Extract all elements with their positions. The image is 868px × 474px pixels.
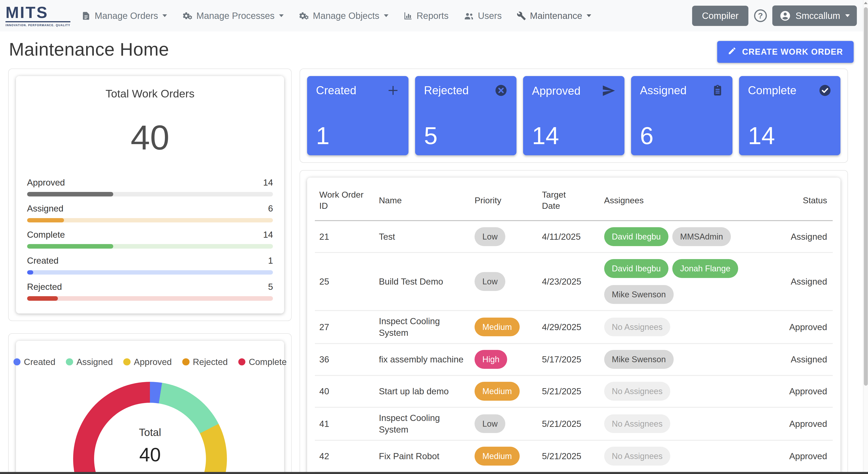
page-title: Maintenance Home [9,39,169,60]
summary-stat-approved: Approved14 [27,177,273,197]
stat-progress-track [27,192,273,196]
cell-name: Inspect Cooling System [374,310,470,343]
column-header-label: Work Order ID [319,189,366,211]
nav-item-manage-processes[interactable]: Manage Processes [182,11,284,21]
table-header-row: Work Order IDNamePriorityTarget DateAssi… [315,185,833,221]
cell-work-order-id: 36 [315,343,374,375]
nav-item-users[interactable]: Users [463,11,502,21]
stat-progress-fill [27,192,113,196]
column-header-status[interactable]: Status [771,185,833,221]
donut-total-value: 40 [139,443,161,466]
table-row[interactable]: 41Inspect Cooling SystemLow5/21/2025No A… [315,407,833,440]
status-card-label: Rejected [424,84,469,97]
no-assignees-badge: No Assignees [604,447,671,466]
status-card-approved[interactable]: Approved14 [523,76,624,155]
summary-stat-assigned: Assigned6 [27,204,273,223]
cell-status: Approved [771,375,833,407]
right-column: Created1Rejected5Approved14Assigned6Comp… [300,69,848,474]
table-row[interactable]: 42Fix Paint RobotMedium5/21/2025No Assig… [315,440,833,472]
scroll-up-arrow-icon[interactable] [863,0,868,5]
page-head: Maintenance Home CREATE WORK ORDER [0,31,868,67]
column-header-assignees[interactable]: Assignees [600,185,771,221]
nav-item-manage-orders[interactable]: Manage Orders [81,11,167,21]
legend-item-assigned[interactable]: Assigned [66,357,113,367]
nav-item-label: Maintenance [530,11,582,21]
status-chart-card: CreatedAssignedApprovedRejectedComplete … [16,341,284,474]
column-header-target-date[interactable]: Target Date [537,185,600,221]
chevron-down-icon [279,14,284,17]
status-card-complete[interactable]: Complete14 [739,76,840,155]
users-icon [463,11,474,21]
create-work-order-label: CREATE WORK ORDER [742,47,843,57]
clipboard-icon [712,84,723,97]
nav-item-maintenance[interactable]: Maintenance [517,11,591,21]
nav-item-manage-objects[interactable]: Manage Objects [299,11,388,21]
stat-value: 6 [268,204,273,213]
cell-name: Start up lab demo [374,375,470,407]
status-cards-row: Created1Rejected5Approved14Assigned6Comp… [307,76,840,155]
plus-icon [386,84,400,97]
nav-item-reports[interactable]: Reports [403,11,448,21]
legend-label: Approved [134,357,172,367]
donut-chart: Total 40 [73,382,227,474]
column-header-work-order-id[interactable]: Work Order ID [315,185,374,221]
vertical-scrollbar[interactable] [863,0,868,474]
legend-item-complete[interactable]: Complete [238,357,287,367]
status-card-value: 14 [748,124,832,148]
pencil-icon [728,46,737,57]
help-icon[interactable]: ? [754,9,767,22]
gears-icon [182,11,192,21]
table-row[interactable]: 36fix assembly machineHigh5/17/2025Mike … [315,343,833,375]
stat-progress-fill [27,270,33,275]
status-card-rejected[interactable]: Rejected5 [415,76,517,155]
summary-stat-complete: Complete14 [27,230,273,248]
table-row[interactable]: 21TestLow4/11/2025David IbegbuMMSAdminAs… [315,221,833,252]
cell-assignees: David IbegbuMMSAdmin [600,221,771,252]
summary-stats: Approved14Assigned6Complete14Created1Rej… [27,177,273,301]
donut-center: Total 40 [94,403,206,474]
user-menu-button[interactable]: Smccallum [772,5,857,26]
legend-dot [182,358,190,366]
assignee-list: David IbegbuJonah FlangeMike Swenson [604,258,766,306]
legend-dot [238,358,246,366]
table-row[interactable]: 25Build Test DemoLow4/23/2025David Ibegb… [315,252,833,310]
stat-label: Approved [27,177,65,188]
stat-value: 1 [268,256,273,266]
column-header-priority[interactable]: Priority [470,185,537,221]
assignee-badge: Jonah Flange [672,259,738,278]
legend-item-rejected[interactable]: Rejected [182,357,228,367]
status-card-assigned[interactable]: Assigned6 [631,76,733,155]
assignee-list: No Assignees [604,316,766,338]
summary-stat-row: Assigned6 [27,204,273,213]
no-assignees-badge: No Assignees [604,317,671,337]
brand-tagline: INNOVATION. PERFORMANCE. QUALITY [5,24,70,27]
status-card-created[interactable]: Created1 [307,76,408,155]
stat-progress-track [27,296,273,301]
cell-work-order-id: 25 [315,252,374,310]
summary-stat-rejected: Rejected5 [27,282,273,301]
priority-badge: Medium [474,317,520,337]
assignee-list: Mike Swenson [604,348,766,370]
cell-status: Assigned [771,252,833,310]
cell-priority: Low [470,221,537,252]
vertical-scrollbar-thumb[interactable] [864,7,868,386]
table-row[interactable]: 40Start up lab demoMedium5/21/2025No Ass… [315,375,833,407]
compiler-button[interactable]: Compiler [692,6,749,26]
left-column: Total Work Orders 40 Approved14Assigned6… [8,69,291,474]
mits-logo[interactable]: MITS INNOVATION. PERFORMANCE. QUALITY [5,5,70,27]
cell-work-order-id: 41 [315,407,374,440]
bottom-scrollbar[interactable] [0,472,868,474]
status-card-label: Approved [532,84,581,97]
stat-label: Complete [27,230,65,240]
status-cards-card-outer: Created1Rejected5Approved14Assigned6Comp… [300,69,848,163]
wrench-icon [517,11,526,21]
stat-label: Created [27,256,59,266]
create-work-order-button[interactable]: CREATE WORK ORDER [717,41,854,63]
column-header-name[interactable]: Name [374,185,470,221]
table-row[interactable]: 27Inspect Cooling SystemMedium4/29/2025N… [315,310,833,343]
nav-item-label: Manage Orders [95,11,158,21]
legend-item-created[interactable]: Created [13,357,55,367]
legend-item-approved[interactable]: Approved [123,357,172,367]
document-icon [81,11,91,21]
stat-label: Assigned [27,204,64,213]
